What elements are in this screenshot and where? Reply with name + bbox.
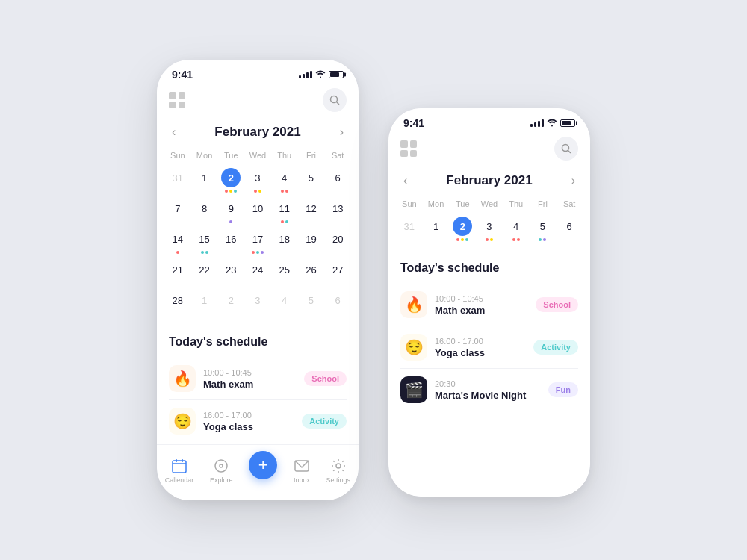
calendar-header-right: ‹ February 2021 › [388, 167, 590, 196]
cal-cell-17-left[interactable]: 17 [244, 227, 271, 256]
week-5-left: 28 1 2 3 4 5 6 [164, 288, 351, 317]
cal-cell-1-left[interactable]: 1 [191, 166, 218, 195]
search-button-left[interactable] [323, 88, 347, 112]
grid-icon-right[interactable] [400, 140, 417, 157]
nav-explore-left[interactable]: Explore [210, 458, 233, 484]
days-header-left: Sun Mon Tue Wed Thu Fri Sat [164, 148, 351, 163]
cal-cell-3-left[interactable]: 3 [244, 166, 271, 195]
nav-explore-label-left: Explore [210, 476, 233, 484]
cal-cell-6-left[interactable]: 6 [324, 166, 351, 195]
wifi-icon-right [547, 119, 557, 128]
math-tag-right: School [536, 297, 578, 312]
yoga-name-right: Yoga class [435, 347, 526, 358]
schedule-item-movie-right[interactable]: 🎬 20:30 Marta's Movie Night Fun [400, 369, 578, 411]
emoji-fire-left: 🔥 [169, 365, 196, 392]
dot [285, 190, 288, 193]
status-bar-left: 9:41 [157, 60, 359, 85]
dot [201, 251, 204, 254]
status-time-left: 9:41 [172, 69, 193, 81]
prev-month-button-left[interactable]: ‹ [169, 122, 179, 142]
dot [258, 190, 261, 193]
grid-cell-1 [169, 92, 176, 99]
schedule-item-yoga-right[interactable]: 😌 16:00 - 17:00 Yoga class Activity [400, 326, 578, 369]
cal-cell-11-left[interactable]: 11 [271, 196, 298, 225]
calendar-month-left: February 2021 [214, 125, 300, 140]
nav-settings-left[interactable]: Settings [326, 458, 351, 484]
calendar-grid-right: Sun Mon Tue Wed Thu Fri Sat 31 1 2 3 4 5… [388, 196, 590, 252]
status-time-right: 9:41 [403, 117, 424, 129]
status-icons-left [299, 70, 344, 80]
search-icon-right [560, 143, 572, 155]
calendar-nav-icon-left [171, 458, 187, 474]
week-4-left: 21 22 23 24 25 26 27 [164, 258, 351, 287]
cal-cell-13-left[interactable]: 13 [324, 196, 351, 225]
signal-bars-right [530, 119, 544, 127]
math-name-left: Math exam [203, 379, 297, 390]
cal-cell-10-left[interactable]: 10 [244, 196, 271, 225]
day-thu-left: Thu [271, 148, 298, 163]
dot [234, 190, 237, 193]
yoga-name-left: Yoga class [203, 421, 294, 432]
day-sun-left: Sun [164, 148, 191, 163]
top-nav-left [157, 85, 359, 118]
dot [281, 190, 284, 193]
svg-line-11 [568, 151, 571, 154]
grid-cell-3 [169, 102, 176, 109]
svg-point-7 [220, 464, 223, 467]
dot [261, 251, 264, 254]
schedule-info-movie-right: 20:30 Marta's Movie Night [435, 379, 541, 401]
signal-bar-r1 [530, 124, 533, 127]
status-bar-right: 9:41 [388, 108, 590, 134]
settings-nav-icon-left [330, 458, 347, 474]
nav-calendar-left[interactable]: Callendar [165, 458, 194, 484]
top-nav-right [388, 134, 590, 167]
cal-cell-4-left[interactable]: 4 [271, 166, 298, 195]
week-2-left: 7 8 9 10 11 12 13 [164, 196, 351, 225]
next-month-button-right[interactable]: › [568, 171, 578, 190]
cal-cell-19-left[interactable]: 19 [298, 227, 325, 256]
nav-add-button-left[interactable]: + [249, 451, 277, 479]
schedule-title-right: Today's schedule [400, 261, 578, 275]
cal-cell-15-left[interactable]: 15 [191, 227, 218, 256]
cal-cell-2-left[interactable]: 2 [217, 166, 244, 195]
dot [252, 251, 255, 254]
dot [229, 220, 232, 223]
signal-bar-2 [303, 74, 305, 78]
search-button-right[interactable] [554, 137, 578, 161]
yoga-tag-right: Activity [533, 340, 578, 355]
cal-cell-12-left[interactable]: 12 [298, 196, 325, 225]
cal-cell-31-left[interactable]: 31 [164, 166, 191, 195]
cal-cell-16-left[interactable]: 16 [217, 227, 244, 256]
battery-icon-left [329, 71, 344, 78]
status-icons-right [530, 119, 575, 128]
cal-cell-8-left[interactable]: 8 [191, 196, 218, 225]
math-name-right: Math exam [435, 305, 528, 316]
phone-left: 9:41 [157, 60, 359, 500]
cal-cell-18-left[interactable]: 18 [271, 227, 298, 256]
cal-cell-20-left[interactable]: 20 [324, 227, 351, 256]
schedule-item-math-right[interactable]: 🔥 10:00 - 10:45 Math exam School [400, 284, 578, 326]
week-3-left: 14 15 16 17 18 19 20 [164, 227, 351, 256]
schedule-item-math-left[interactable]: 🔥 10:00 - 10:45 Math exam School [169, 358, 347, 400]
grid-icon-left[interactable] [169, 92, 185, 108]
grid-cell-2 [179, 92, 186, 99]
svg-point-0 [331, 96, 338, 103]
cal-cell-14-left[interactable]: 14 [164, 227, 191, 256]
week-1-left: 31 1 2 3 4 5 6 [164, 166, 351, 195]
cal-cell-5-left[interactable]: 5 [298, 166, 325, 195]
next-month-button-left[interactable]: › [337, 122, 347, 142]
emoji-yoga-left: 😌 [169, 408, 196, 435]
prev-month-button-right[interactable]: ‹ [400, 171, 410, 190]
cal-cell-7-left[interactable]: 7 [164, 196, 191, 225]
dot [254, 190, 257, 193]
nav-inbox-left[interactable]: Inbox [294, 458, 310, 484]
inbox-nav-icon-left [294, 458, 310, 474]
day-mon-left: Mon [191, 148, 218, 163]
search-icon-left [329, 94, 341, 106]
battery-fill-left [330, 72, 339, 77]
cal-cell-9-left[interactable]: 9 [217, 196, 244, 225]
schedule-item-yoga-left[interactable]: 😌 16:00 - 17:00 Yoga class Activity [169, 400, 347, 442]
day-wed-left: Wed [244, 148, 271, 163]
dot [205, 251, 208, 254]
days-header-right: Sun Mon Tue Wed Thu Fri Sat [396, 196, 583, 211]
